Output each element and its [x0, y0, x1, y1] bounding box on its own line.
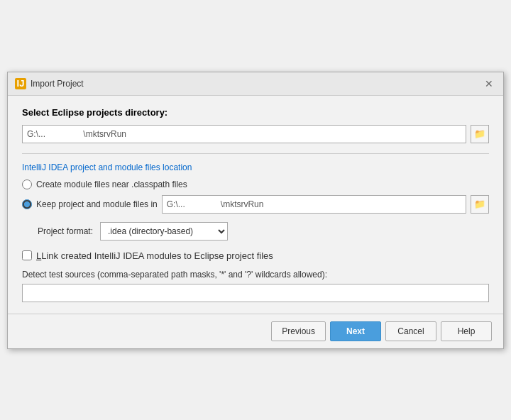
detect-label: Detect test sources (comma-separated pat…: [22, 270, 489, 280]
radio-row-classpath: Create module files near .classpath file…: [22, 179, 489, 189]
link-checkbox[interactable]: [22, 250, 32, 260]
eclipse-path-row: 📁: [22, 125, 489, 143]
cancel-button[interactable]: Cancel: [385, 321, 436, 341]
dialog-title: Import Project: [31, 79, 84, 89]
detect-input[interactable]: [22, 284, 489, 302]
module-files-section-label: IntelliJ IDEA project and module files l…: [22, 162, 489, 172]
link-checkbox-row: LLink created IntelliJ IDEA modules to E…: [22, 250, 489, 261]
help-button[interactable]: Help: [441, 321, 492, 341]
radio-keep[interactable]: [22, 199, 32, 209]
import-project-dialog: IJ Import Project ✕ Select Eclipse proje…: [7, 72, 504, 349]
radio-classpath-label: Create module files near .classpath file…: [36, 179, 187, 189]
link-checkbox-label: LLink created IntelliJ IDEA modules to E…: [36, 250, 273, 261]
format-select[interactable]: .idea (directory-based) .ipr (file-based…: [100, 222, 228, 241]
format-row: Project format: .idea (directory-based) …: [38, 222, 489, 241]
close-button[interactable]: ✕: [482, 77, 496, 91]
title-bar: IJ Import Project ✕: [8, 72, 503, 96]
dialog-footer: Previous Next Cancel Help: [8, 314, 503, 348]
eclipse-section-label: Select Eclipse projects directory:: [22, 107, 489, 118]
dialog-content: Select Eclipse projects directory: 📁 Int…: [8, 96, 503, 314]
app-icon: IJ: [15, 78, 26, 89]
keep-path-input[interactable]: [162, 195, 466, 214]
radio-row-keep: Keep project and module files in 📁: [22, 195, 489, 214]
eclipse-browse-button[interactable]: 📁: [471, 125, 489, 143]
next-button[interactable]: Next: [330, 321, 381, 341]
radio-keep-label: Keep project and module files in: [36, 199, 158, 209]
format-label: Project format:: [38, 226, 93, 236]
radio-classpath[interactable]: [22, 179, 32, 189]
previous-button[interactable]: Previous: [271, 321, 326, 341]
eclipse-path-input[interactable]: [22, 125, 466, 143]
separator-1: [22, 153, 489, 154]
keep-browse-button[interactable]: 📁: [471, 195, 489, 214]
module-files-radio-group: Create module files near .classpath file…: [22, 179, 489, 214]
